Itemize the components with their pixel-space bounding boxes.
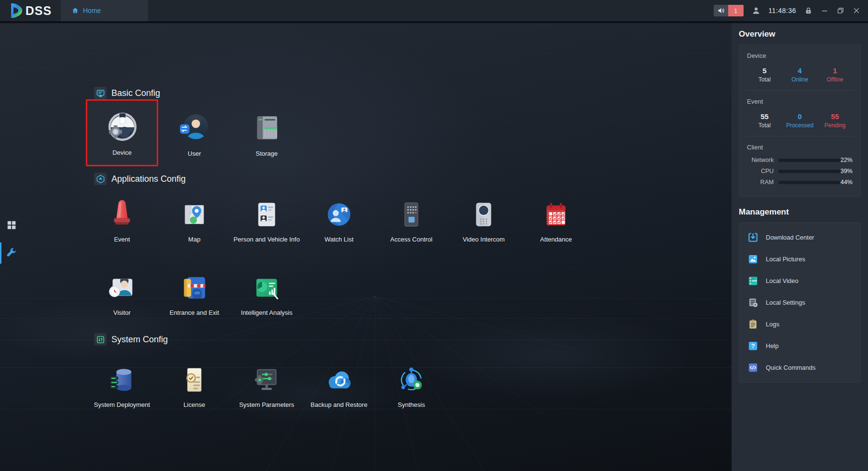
local-pictures-icon [747,254,759,265]
meter-network: Network 22% [747,157,853,163]
left-sidebar [0,23,23,471]
map-icon [179,200,209,229]
overview-group-device: Device 5 Total 4 Online 1 Offline [747,52,853,83]
local-settings-icon [747,297,759,308]
grid-icon [6,220,17,230]
user-account-button[interactable] [752,6,760,15]
app-item-synthesis[interactable]: Synthesis [375,362,448,409]
attendance-icon [541,200,571,229]
wrench-icon [6,247,17,259]
sec-basic-icon [94,87,107,99]
section-header-applications-config: Applications Config [94,173,186,185]
meter-ram: RAM 44% [747,179,853,186]
app-row: EventMapPerson and Vehicle InfoWatch Lis… [86,197,592,244]
app-item-person-and-vehicle-info[interactable]: Person and Vehicle Info [231,197,303,244]
app-item-storage[interactable]: Storage [231,99,303,166]
tab-home-label: Home [83,7,101,14]
app-row: VisitorEntrance and ExitIntelligent Anal… [86,270,303,317]
system-parameters-icon [252,365,282,395]
app-row: DeviceUserStorage [86,99,303,166]
app-item-license[interactable]: License [158,362,231,409]
tab-home[interactable]: Home [61,0,148,21]
system-deployment-icon [107,365,137,395]
stat-device-online: 4 Online [782,67,817,83]
overview-group-event: Event 55 Total 0 Processed 55 Pending [747,98,853,129]
speaker-icon [717,7,725,14]
app-item-entrance-and-exit[interactable]: Entrance and Exit [158,270,231,317]
minimize-button[interactable] [821,7,828,14]
logs-icon [747,319,759,330]
restore-button[interactable] [837,7,844,14]
right-panel: Overview Device 5 Total 4 Online 1 Offli… [732,23,868,471]
app-item-visitor[interactable]: Visitor [86,270,158,317]
app-item-event[interactable]: Event [86,197,158,244]
topbar: DSS Home 1 11:48:36 [0,0,868,22]
sidebar-item-applications[interactable] [0,214,23,237]
access-control-icon [396,200,426,229]
user-icon [178,112,210,144]
management-item-local-video[interactable]: Local Video [739,270,860,292]
download-center-icon [747,232,759,243]
person-vehicle-icon [252,200,282,229]
help-icon: ? [747,340,759,351]
event-icon [107,200,137,229]
alarm-sound-button[interactable] [714,5,728,16]
app-item-user[interactable]: User [158,99,231,166]
stat-event-pending: 55 Pending [817,112,853,129]
section-header-basic-config: Basic Config [94,87,160,99]
person-icon [752,6,760,15]
app-item-access-control[interactable]: Access Control [375,197,448,244]
lock-icon[interactable] [804,7,813,15]
section-header-system-config: System Config [94,333,168,346]
synthesis-icon [396,365,426,395]
stat-device-total: 5 Total [747,67,782,83]
management-item-logs[interactable]: Logs [739,313,860,335]
backup-restore-icon [324,365,354,395]
sidebar-item-config[interactable] [0,242,23,265]
home-icon [71,7,79,14]
alarm-count-badge[interactable]: 1 [728,5,744,16]
svg-text:?: ? [751,343,755,350]
sec-system-icon [94,333,107,346]
entrance-exit-icon [179,273,209,303]
overview-card: Device 5 Total 4 Online 1 Offline Event … [739,44,861,197]
management-item-help[interactable]: ? Help [739,335,860,357]
watch-list-icon [324,200,354,229]
stat-event-processed: 0 Processed [782,112,817,129]
app-item-device[interactable]: Device [86,99,158,166]
storage-icon [251,112,283,144]
management-card: Download Center Local Pictures Local Vid… [739,222,861,383]
main-area: Basic ConfigDeviceUserStorageApplication… [0,23,732,471]
meter-cpu: CPU 39% [747,168,853,175]
visitor-icon [107,273,137,303]
management-item-local-settings[interactable]: Local Settings [739,292,860,313]
app-item-video-intercom[interactable]: Video Intercom [448,197,520,244]
close-button[interactable] [853,7,860,14]
alarm-group: 1 [714,5,744,16]
clock-time: 11:48:36 [769,7,796,14]
management-item-local-pictures[interactable]: Local Pictures [739,248,860,270]
app-item-intelligent-analysis[interactable]: Intelligent Analysis [231,270,303,317]
sec-apps-icon [94,173,107,185]
app-item-system-deployment[interactable]: System Deployment [86,362,158,409]
management-item-quick-commands[interactable]: Quick Commands [739,357,860,378]
app-item-system-parameters[interactable]: System Parameters [231,362,303,409]
video-intercom-icon [469,200,499,229]
stat-device-offline: 1 Offline [817,67,853,83]
app-name: DSS [26,4,52,18]
license-icon [179,365,209,395]
overview-group-client: Client Network 22% CPU 39% RAM 44% [747,144,853,194]
management-title: Management [739,207,861,217]
app-logo: DSS [0,0,61,21]
device-icon [106,111,138,143]
management-item-download-center[interactable]: Download Center [739,227,860,248]
app-item-watch-list[interactable]: Watch List [303,197,375,244]
app-item-backup-and-restore[interactable]: Backup and Restore [303,362,375,409]
intelligent-analysis-icon [252,273,282,303]
local-video-icon [747,275,759,286]
app-item-map[interactable]: Map [158,197,231,244]
app-item-attendance[interactable]: Attendance [520,197,592,244]
app-row: System DeploymentLicenseSystem Parameter… [86,362,448,409]
dss-logo-icon [9,3,24,18]
overview-title: Overview [739,29,861,39]
